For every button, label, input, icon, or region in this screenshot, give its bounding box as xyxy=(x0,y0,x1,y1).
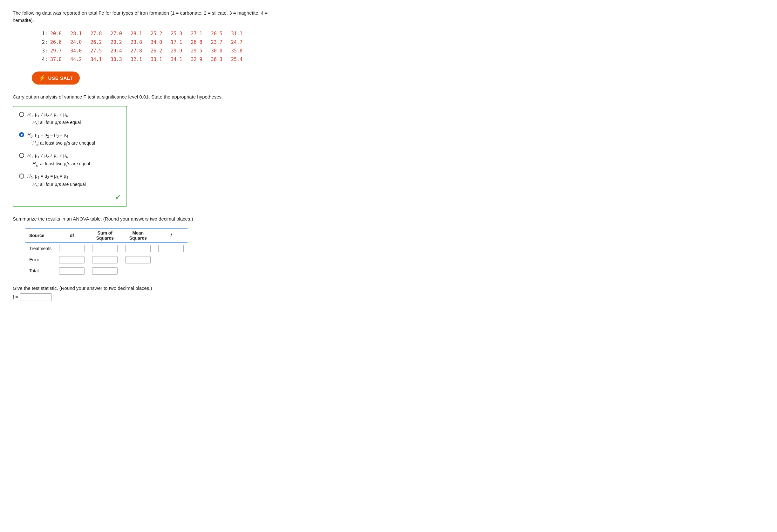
error-ss-input[interactable] xyxy=(92,256,118,263)
treatments-ms xyxy=(121,243,154,254)
data-row-4: 4: 37.0 44.2 34.1 30.3 32.1 33.1 34.1 32… xyxy=(38,55,273,64)
hypothesis-text-2: H0: μ1 = μ2 = μ3 = μ4 Ha: at least two μ… xyxy=(27,131,95,147)
row-label-1: 1: xyxy=(38,29,48,38)
f-value-input[interactable] xyxy=(20,293,52,301)
test-stat-section: Give the test statistic. (Round your ans… xyxy=(13,285,273,301)
ha-1: Ha: all four μi's are equal xyxy=(32,119,81,127)
error-ss xyxy=(88,254,121,265)
error-df xyxy=(55,254,88,265)
anova-header-row: Source df Sum ofSquares MeanSquares f xyxy=(25,228,188,243)
col-mean-squares: MeanSquares xyxy=(121,228,154,243)
h0-1: H0: μ1 ≠ μ2 ≠ μ3 ≠ μ4 xyxy=(27,111,81,119)
use-salt-button[interactable]: ⚡ USE SALT xyxy=(32,72,80,85)
intro-text: The following data was reported on total… xyxy=(13,10,273,24)
error-f-empty xyxy=(154,254,188,265)
radio-2[interactable] xyxy=(19,132,24,137)
f-equals-label: f = xyxy=(13,294,18,300)
total-ss xyxy=(88,265,121,277)
analysis-prompt: Carry out an analysis of variance F test… xyxy=(13,93,273,101)
treatments-f-input[interactable] xyxy=(158,245,184,252)
ha-3: Ha: at least two μi's are equal xyxy=(32,160,90,168)
radio-4[interactable] xyxy=(19,174,24,179)
error-ms xyxy=(121,254,154,265)
ha-2: Ha: at least two μi's are unequal xyxy=(32,139,95,147)
ha-4: Ha: all four μi's are unequal xyxy=(32,181,86,189)
data-row-3: 3: 29.7 34.0 27.5 29.4 27.8 26.2 29.9 29… xyxy=(38,47,273,55)
anova-row-error: Error xyxy=(25,254,188,265)
treatments-df-input[interactable] xyxy=(59,245,85,252)
total-df-input[interactable] xyxy=(59,267,85,275)
treatments-ss xyxy=(88,243,121,254)
h0-2: H0: μ1 = μ2 = μ3 = μ4 xyxy=(27,131,95,139)
anova-table: Source df Sum ofSquares MeanSquares f Tr… xyxy=(25,228,188,277)
total-f-empty xyxy=(154,265,188,277)
total-ms-empty xyxy=(121,265,154,277)
treatments-ss-input[interactable] xyxy=(92,245,118,252)
error-ms-input[interactable] xyxy=(125,256,151,263)
treatments-df xyxy=(55,243,88,254)
row-label-4: 4: xyxy=(38,55,48,64)
anova-prompt: Summarize the results in an ANOVA table.… xyxy=(13,215,273,223)
radio-1[interactable] xyxy=(19,112,24,117)
row-values-2: 26.6 24.0 26.2 20.2 23.8 34.0 17.1 26.8 … xyxy=(50,38,242,47)
treatments-f xyxy=(154,243,188,254)
hypothesis-option-2[interactable]: H0: μ1 = μ2 = μ3 = μ4 Ha: at least two μ… xyxy=(19,131,121,147)
col-sum-of-squares: Sum ofSquares xyxy=(88,228,121,243)
anova-row-total: Total xyxy=(25,265,188,277)
error-df-input[interactable] xyxy=(59,256,85,263)
total-df xyxy=(55,265,88,277)
source-error: Error xyxy=(25,254,55,265)
source-total: Total xyxy=(25,265,55,277)
hypotheses-box: H0: μ1 ≠ μ2 ≠ μ3 ≠ μ4 Ha: all four μi's … xyxy=(13,106,127,207)
hypothesis-text-4: H0: μ1 = μ2 = μ3 = μ4 Ha: all four μi's … xyxy=(27,173,86,189)
h0-3: H0: μ1 ≠ μ2 ≠ μ3 ≠ μ4 xyxy=(27,152,90,160)
salt-button-label: USE SALT xyxy=(48,75,73,81)
col-f: f xyxy=(154,228,188,243)
h0-4: H0: μ1 = μ2 = μ3 = μ4 xyxy=(27,173,86,181)
col-source: Source xyxy=(25,228,55,243)
treatments-ms-input[interactable] xyxy=(125,245,151,252)
radio-3[interactable] xyxy=(19,153,24,158)
test-stat-prompt: Give the test statistic. (Round your ans… xyxy=(13,285,273,291)
row-label-3: 3: xyxy=(38,47,48,55)
hypothesis-option-3[interactable]: H0: μ1 ≠ μ2 ≠ μ3 ≠ μ4 Ha: at least two μ… xyxy=(19,152,121,168)
total-ss-input[interactable] xyxy=(92,267,118,275)
anova-row-treatments: Treatments xyxy=(25,243,188,254)
row-values-1: 20.8 28.1 27.8 27.0 28.1 25.2 25.3 27.1 … xyxy=(50,29,242,38)
row-label-2: 2: xyxy=(38,38,48,47)
hypothesis-option-1[interactable]: H0: μ1 ≠ μ2 ≠ μ3 ≠ μ4 Ha: all four μi's … xyxy=(19,111,121,127)
test-stat-row: f = xyxy=(13,293,273,301)
data-row-1: 1: 20.8 28.1 27.8 27.0 28.1 25.2 25.3 27… xyxy=(38,29,273,38)
source-treatments: Treatments xyxy=(25,243,55,254)
anova-section: Summarize the results in an ANOVA table.… xyxy=(13,215,273,277)
row-values-3: 29.7 34.0 27.5 29.4 27.8 26.2 29.9 29.5 … xyxy=(50,47,242,55)
salt-icon: ⚡ xyxy=(39,75,46,81)
col-df: df xyxy=(55,228,88,243)
hypothesis-text-3: H0: μ1 ≠ μ2 ≠ μ3 ≠ μ4 Ha: at least two μ… xyxy=(27,152,90,168)
data-row-2: 2: 26.6 24.0 26.2 20.2 23.8 34.0 17.1 26… xyxy=(38,38,273,47)
checkmark-icon: ✔ xyxy=(19,193,121,202)
row-values-4: 37.0 44.2 34.1 30.3 32.1 33.1 34.1 32.9 … xyxy=(50,55,242,64)
data-table: 1: 20.8 28.1 27.8 27.0 28.1 25.2 25.3 27… xyxy=(38,29,273,64)
hypothesis-option-4[interactable]: H0: μ1 = μ2 = μ3 = μ4 Ha: all four μi's … xyxy=(19,173,121,189)
hypothesis-text-1: H0: μ1 ≠ μ2 ≠ μ3 ≠ μ4 Ha: all four μi's … xyxy=(27,111,81,127)
